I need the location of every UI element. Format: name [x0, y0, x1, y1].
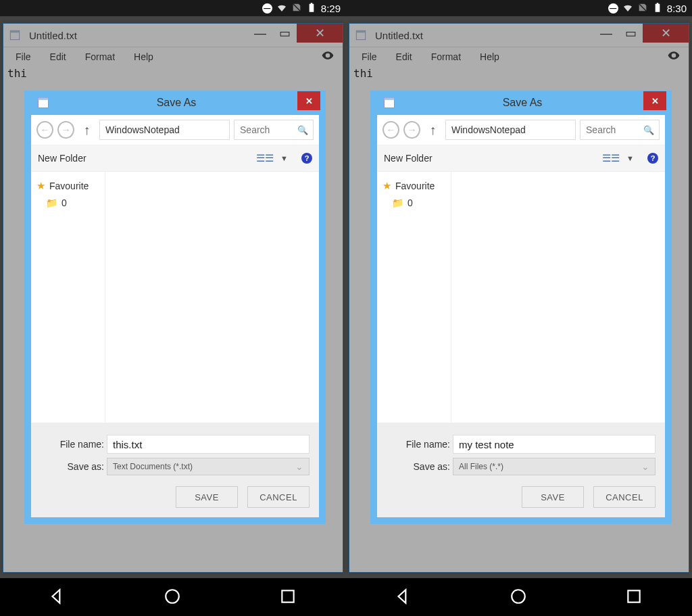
notepad-icon [382, 96, 396, 110]
saveas-body: ★ Favourite 📁 0 [31, 172, 319, 423]
nav-home[interactable] [510, 588, 528, 607]
saveas-dialog: Save As ✕ ← → ↑ 🔍 New Folder ☰☰ ▼ ? [370, 91, 672, 524]
screen-left: — 8:29 Untitled.txt — ▭ ✕ File Edit Form… [0, 0, 346, 616]
svg-rect-11 [628, 590, 639, 602]
view-options-icon[interactable]: ☰☰ [256, 152, 274, 164]
path-input[interactable] [445, 120, 576, 140]
text-editor[interactable]: thi [349, 66, 689, 81]
saveas-dialog: Save As ✕ ← → ↑ 🔍 New Folder ☰☰ ▼ ? [24, 91, 326, 524]
statusbar-time: 8:30 [667, 3, 687, 14]
visibility-icon[interactable] [667, 49, 681, 65]
menu-file[interactable]: File [352, 50, 387, 64]
dnd-icon: — [262, 3, 272, 14]
nav-forward-button[interactable]: → [57, 121, 74, 139]
menu-edit[interactable]: Edit [41, 50, 76, 64]
wifi-icon [622, 2, 633, 15]
android-navbar [0, 578, 346, 616]
newfolder-button[interactable]: New Folder [384, 153, 432, 164]
saveas-title: Save As [401, 97, 643, 109]
newfolder-button[interactable]: New Folder [38, 153, 86, 164]
dnd-icon: — [608, 3, 618, 14]
wifi-icon [276, 2, 287, 15]
search-icon: 🔍 [297, 125, 308, 135]
battery-icon [306, 2, 317, 15]
chevron-down-icon: ⌄ [295, 461, 303, 472]
nav-recents[interactable] [279, 588, 298, 607]
file-list[interactable] [105, 172, 319, 423]
nav-up-button[interactable]: ↑ [78, 121, 95, 139]
folder-icon: 📁 [46, 197, 57, 208]
save-button[interactable]: SAVE [522, 486, 584, 508]
save-button[interactable]: SAVE [176, 486, 238, 508]
svg-rect-7 [356, 30, 366, 32]
nav-back[interactable] [48, 588, 67, 607]
notepad-icon [9, 29, 21, 41]
help-icon[interactable]: ? [301, 153, 312, 164]
view-options-icon[interactable]: ☰☰ [602, 152, 620, 164]
maximize-button[interactable]: ▭ [618, 24, 643, 42]
filename-label: File name: [41, 439, 107, 450]
tree-favourite[interactable]: ★ Favourite [380, 177, 448, 195]
menubar: File Edit Format Help [349, 47, 689, 66]
text-editor[interactable]: thi [3, 66, 343, 81]
sim-off-icon [291, 2, 302, 15]
window-title: Untitled.txt [29, 30, 248, 41]
tree-folder-0-label: 0 [407, 197, 413, 208]
svg-rect-1 [10, 30, 20, 32]
saveas-type-select[interactable]: All Files (*.*) ⌄ [453, 458, 656, 475]
minimize-button[interactable]: — [594, 24, 618, 42]
nav-back-button[interactable]: ← [36, 121, 53, 139]
filename-input[interactable] [453, 435, 656, 454]
nav-forward-button[interactable]: → [403, 121, 420, 139]
star-icon: ★ [382, 180, 391, 192]
filename-input[interactable] [107, 435, 310, 454]
search-icon: 🔍 [643, 125, 654, 135]
nav-back[interactable] [394, 588, 413, 607]
tree-folder-0-label: 0 [61, 197, 67, 208]
titlebar: Untitled.txt — ▭ ✕ [349, 24, 689, 47]
titlebar: Untitled.txt — ▭ ✕ [3, 24, 343, 47]
window-title: Untitled.txt [375, 30, 594, 41]
folder-tree: ★ Favourite 📁 0 [31, 172, 105, 423]
menu-help[interactable]: Help [470, 50, 509, 64]
help-icon[interactable]: ? [647, 153, 658, 164]
saveas-close-button[interactable]: ✕ [643, 91, 666, 110]
menu-format[interactable]: Format [76, 50, 124, 64]
cancel-button[interactable]: CANCEL [247, 486, 310, 508]
cancel-button[interactable]: CANCEL [593, 486, 656, 508]
saveas-bottom: File name: Save as: Text Documents (*.tx… [31, 423, 319, 517]
minimize-button[interactable]: — [248, 24, 272, 42]
nav-home[interactable] [164, 588, 182, 607]
app-area: Untitled.txt — ▭ ✕ File Edit Format Help… [0, 16, 346, 578]
nav-recents[interactable] [625, 588, 644, 607]
saveas-type-value: All Files (*.*) [459, 462, 503, 471]
view-dropdown-icon[interactable]: ▼ [626, 154, 634, 162]
filename-label: File name: [387, 439, 453, 450]
saveas-type-value: Text Documents (*.txt) [113, 462, 193, 471]
saveas-body: ★ Favourite 📁 0 [377, 172, 665, 423]
path-input[interactable] [99, 120, 230, 140]
visibility-icon[interactable] [321, 49, 335, 65]
file-list[interactable] [451, 172, 665, 423]
close-button[interactable]: ✕ [643, 24, 689, 43]
nav-back-button[interactable]: ← [382, 121, 399, 139]
svg-rect-9 [385, 98, 395, 100]
menu-help[interactable]: Help [124, 50, 163, 64]
saveas-bottom: File name: Save as: All Files (*.*) ⌄ SA… [377, 423, 665, 517]
menu-file[interactable]: File [6, 50, 41, 64]
tree-folder-0[interactable]: 📁 0 [34, 195, 102, 211]
saveas-titlebar: Save As ✕ [31, 91, 319, 115]
saveas-navbar: ← → ↑ 🔍 [377, 115, 665, 145]
saveas-close-button[interactable]: ✕ [297, 91, 320, 110]
view-dropdown-icon[interactable]: ▼ [280, 154, 288, 162]
saveas-toolbar: New Folder ☰☰ ▼ ? [377, 145, 665, 172]
menu-format[interactable]: Format [422, 50, 470, 64]
saveas-type-label: Save as: [41, 461, 107, 472]
tree-favourite[interactable]: ★ Favourite [34, 177, 102, 195]
nav-up-button[interactable]: ↑ [424, 121, 441, 139]
close-button[interactable]: ✕ [297, 24, 343, 43]
maximize-button[interactable]: ▭ [272, 24, 297, 42]
menu-edit[interactable]: Edit [387, 50, 422, 64]
saveas-type-select[interactable]: Text Documents (*.txt) ⌄ [107, 458, 310, 475]
tree-folder-0[interactable]: 📁 0 [380, 195, 448, 211]
